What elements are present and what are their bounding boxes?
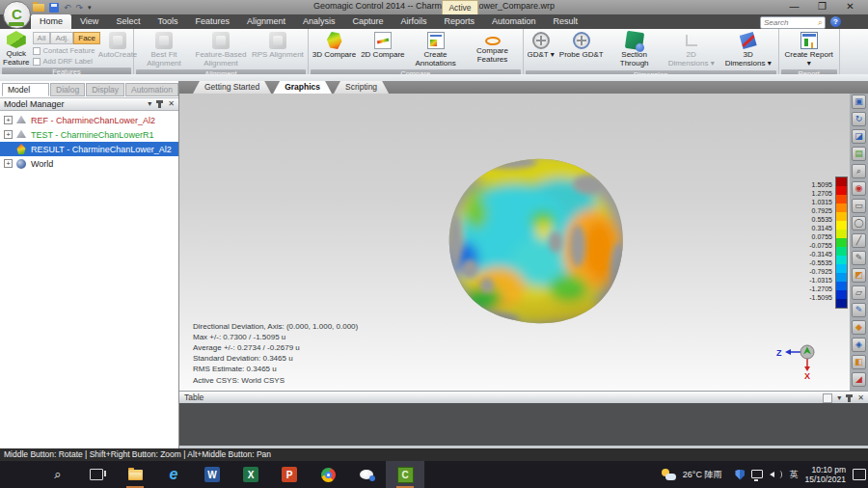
maximize-button[interactable]: ❐ <box>808 0 836 14</box>
contact-feature-checkbox[interactable]: Contact Feature <box>33 46 100 55</box>
defender-shield-icon[interactable] <box>735 470 745 480</box>
feature-based-alignment-icon <box>212 32 230 49</box>
2d-compare-button[interactable]: 2D Compare <box>360 30 405 61</box>
menu-tab-capture[interactable]: Capture <box>343 14 392 29</box>
menu-tab-select[interactable]: Select <box>107 14 149 29</box>
compare-features-button[interactable]: Compare Features <box>466 30 520 65</box>
probe-gdt-button[interactable]: Probe GD&T <box>558 30 605 61</box>
tray-icons <box>728 470 782 480</box>
doc-tab-graphics[interactable]: Graphics <box>273 81 332 94</box>
taskbar-file-explorer[interactable] <box>116 461 154 488</box>
lasso-selection-icon[interactable]: ◢ <box>852 372 866 387</box>
taskbar-start[interactable] <box>0 461 39 488</box>
table-detach-icon[interactable] <box>823 393 832 403</box>
filter-face-button[interactable]: Face <box>73 32 100 44</box>
section-through-object-button[interactable]: Section Through Object <box>608 30 662 69</box>
geomagic-logo[interactable]: C <box>3 1 31 29</box>
add-drf-label-checkbox[interactable]: Add DRF Label <box>33 57 100 66</box>
polygon-selection-icon[interactable]: ▱ <box>852 285 866 300</box>
filter-all-button[interactable]: All <box>33 32 51 44</box>
menu-tab-tools[interactable]: Tools <box>149 14 186 29</box>
pen-selection-icon[interactable]: ✎ <box>852 303 866 317</box>
taskbar-chrome[interactable] <box>309 461 347 488</box>
menu-tab-airfoils[interactable]: Airfoils <box>393 14 436 29</box>
line-selection-icon[interactable]: ╱ <box>852 233 866 248</box>
menu-tab-result[interactable]: Result <box>545 14 587 29</box>
taskbar-geomagic[interactable]: C <box>386 461 424 488</box>
taskbar-internet-explorer[interactable]: e <box>154 461 193 488</box>
panel-tab-dialog[interactable]: Dialog <box>50 83 85 96</box>
panel-pin-icon[interactable] <box>158 100 161 108</box>
expand-icon[interactable]: + <box>4 159 13 168</box>
menu-tab-analysis[interactable]: Analysis <box>294 14 344 29</box>
menu-tab-automation[interactable]: Automation <box>483 14 545 29</box>
taskbar-powerpoint[interactable]: P <box>270 461 309 488</box>
search-icon[interactable]: ⌕ <box>818 17 825 28</box>
table-pin-icon[interactable] <box>848 394 851 402</box>
taskbar-word[interactable]: W <box>193 461 231 488</box>
select-visible-icon[interactable]: ◆ <box>852 320 866 335</box>
menu-tab-home[interactable]: Home <box>31 14 71 29</box>
language-indicator[interactable]: 英 <box>789 469 798 481</box>
2d-dimensions-button: 2D Dimensions ▾ <box>665 30 719 68</box>
panel-dropdown-icon[interactable]: ▾ <box>148 99 151 109</box>
ellipse-selection-icon[interactable]: ◯ <box>852 216 866 230</box>
panel-tab-automation[interactable]: Automation <box>125 83 178 96</box>
clock-date: 15/10/2021 <box>804 474 846 484</box>
doc-tab-scripting[interactable]: Scripting <box>334 81 389 94</box>
taskbar-paint-3d[interactable] <box>347 461 386 488</box>
table-close-icon[interactable]: ✕ <box>857 393 864 403</box>
select-backface-icon[interactable]: ◧ <box>852 355 866 369</box>
legend-value: 1.2705 <box>812 190 832 198</box>
tree-item-ref[interactable]: +REF - CharmineChanLower_Al2 <box>0 113 178 127</box>
filter-adj-button[interactable]: Adj. <box>50 32 73 44</box>
graphics-viewport[interactable]: Directional Deviation, Axis: (0.000, 1.0… <box>179 94 850 391</box>
table-dropdown-icon[interactable]: ▾ <box>837 393 841 403</box>
menu-tab-alignment[interactable]: Alignment <box>238 14 294 29</box>
network-icon[interactable] <box>751 470 763 478</box>
brush-selection-icon[interactable]: ✎ <box>852 251 866 265</box>
custom-region-selection-icon[interactable]: ◩ <box>852 268 866 283</box>
menu-tab-reports[interactable]: Reports <box>436 14 484 29</box>
shading-mode-icon[interactable]: ▤ <box>852 147 866 161</box>
taskbar-search[interactable]: ⌕ <box>39 461 77 488</box>
create-report-button[interactable]: Create Report ▾ <box>782 30 836 68</box>
legend-value: 0.0755 <box>812 233 832 241</box>
quick-feature-button[interactable]: Quick Feature <box>3 30 30 67</box>
help-button[interactable]: ? <box>830 16 841 27</box>
panel-tab-display[interactable]: Display <box>86 83 124 96</box>
3d-compare-button[interactable]: 3D Compare <box>312 30 357 61</box>
tree-item-test[interactable]: +TEST - CharmineChanLowerR1 <box>0 127 178 142</box>
taskbar-task-view[interactable] <box>77 461 116 488</box>
menu-tab-view[interactable]: View <box>71 14 107 29</box>
fit-view-icon[interactable]: ▣ <box>852 95 866 109</box>
tree-item-result[interactable]: RESULT - CharmineChanLower_Al2 <box>0 142 178 156</box>
csys-triad: Z X <box>774 339 825 379</box>
zoom-extents-icon[interactable]: ◪ <box>852 129 866 144</box>
menu-tab-features[interactable]: Features <box>186 14 238 29</box>
weather-text[interactable]: 26°C 陣雨 <box>683 469 722 481</box>
rectangle-selection-icon[interactable]: ▭ <box>852 199 866 213</box>
taskbar-excel[interactable]: X <box>231 461 270 488</box>
close-button[interactable]: ✕ <box>836 0 864 14</box>
expand-icon[interactable]: + <box>4 130 13 139</box>
create-annotations-button[interactable]: Create Annotations <box>409 30 463 68</box>
rotate-view-icon[interactable]: ↻ <box>852 112 866 126</box>
weather-icon[interactable] <box>662 469 676 480</box>
minimize-button[interactable]: — <box>780 0 808 14</box>
doc-tab-getting-started[interactable]: Getting Started <box>193 81 271 94</box>
taskbar-clock[interactable]: 10:10 pm 15/10/2021 <box>804 465 846 484</box>
panel-close-icon[interactable]: ✕ <box>168 99 175 109</box>
deviation-model[interactable] <box>426 153 648 327</box>
expand-icon[interactable]: + <box>4 116 13 124</box>
zoom-window-icon[interactable]: ⌕ <box>852 164 866 178</box>
panel-tab-model-manager[interactable]: Model Manager <box>2 83 49 96</box>
search-input[interactable] <box>761 18 818 27</box>
volume-icon[interactable] <box>770 470 782 479</box>
action-center-icon[interactable] <box>853 469 866 480</box>
select-through-icon[interactable]: ◈ <box>852 338 866 352</box>
spin-view-icon[interactable]: ◉ <box>852 181 866 196</box>
tree-item-world[interactable]: +World <box>0 156 178 171</box>
gdt-button[interactable]: GD&T ▾ <box>527 30 556 61</box>
3d-dimensions-button[interactable]: 3D Dimensions ▾ <box>721 30 775 68</box>
